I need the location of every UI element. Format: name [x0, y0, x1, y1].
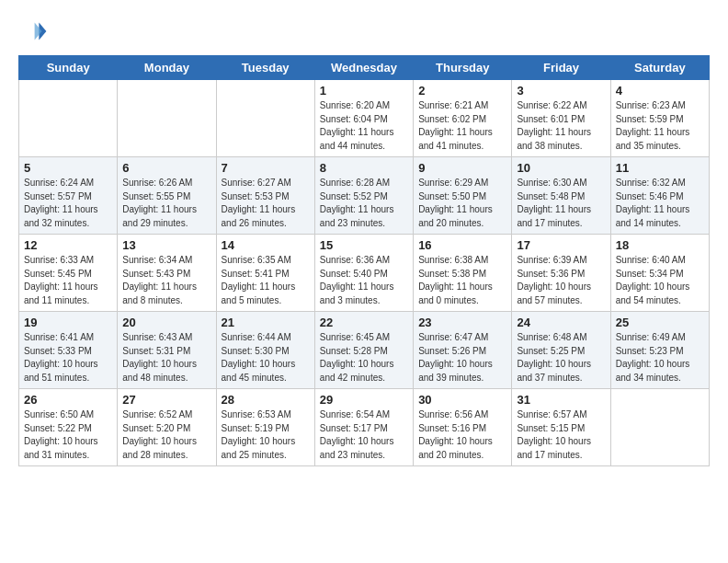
- cell-info: Sunrise: 6:45 AM Sunset: 5:28 PM Dayligh…: [320, 331, 408, 385]
- cell-info: Sunrise: 6:21 AM Sunset: 6:02 PM Dayligh…: [418, 99, 506, 153]
- calendar-cell: 23Sunrise: 6:47 AM Sunset: 5:26 PM Dayli…: [414, 312, 512, 389]
- cell-info: Sunrise: 6:54 AM Sunset: 5:17 PM Dayligh…: [320, 408, 408, 462]
- calendar-cell: 4Sunrise: 6:23 AM Sunset: 5:59 PM Daylig…: [610, 80, 709, 157]
- col-header-saturday: Saturday: [610, 56, 709, 80]
- day-number: 15: [320, 238, 408, 252]
- cell-info: Sunrise: 6:36 AM Sunset: 5:40 PM Dayligh…: [320, 254, 408, 307]
- cell-info: Sunrise: 6:29 AM Sunset: 5:50 PM Dayligh…: [418, 177, 506, 230]
- cell-info: Sunrise: 6:30 AM Sunset: 5:48 PM Dayligh…: [517, 177, 605, 230]
- calendar-cell: 28Sunrise: 6:53 AM Sunset: 5:19 PM Dayli…: [216, 389, 314, 466]
- calendar-cell: 21Sunrise: 6:44 AM Sunset: 5:30 PM Dayli…: [216, 312, 314, 389]
- day-number: 24: [517, 316, 605, 329]
- day-number: 27: [122, 393, 210, 407]
- calendar-cell: 6Sunrise: 6:26 AM Sunset: 5:55 PM Daylig…: [118, 157, 216, 235]
- calendar-cell: 31Sunrise: 6:57 AM Sunset: 5:15 PM Dayli…: [512, 389, 610, 466]
- cell-info: Sunrise: 6:26 AM Sunset: 5:55 PM Dayligh…: [122, 177, 210, 230]
- calendar-cell: 5Sunrise: 6:24 AM Sunset: 5:57 PM Daylig…: [19, 157, 118, 235]
- cell-info: Sunrise: 6:39 AM Sunset: 5:36 PM Dayligh…: [517, 254, 605, 307]
- day-number: 2: [418, 84, 506, 98]
- cell-info: Sunrise: 6:33 AM Sunset: 5:45 PM Dayligh…: [24, 254, 112, 307]
- cell-info: Sunrise: 6:40 AM Sunset: 5:34 PM Dayligh…: [616, 254, 704, 307]
- day-number: 12: [24, 238, 112, 252]
- calendar-cell: 30Sunrise: 6:56 AM Sunset: 5:16 PM Dayli…: [414, 389, 512, 466]
- day-number: 6: [122, 161, 210, 175]
- col-header-tuesday: Tuesday: [216, 56, 314, 80]
- logo-icon: [18, 17, 48, 46]
- cell-info: Sunrise: 6:32 AM Sunset: 5:46 PM Dayligh…: [616, 177, 704, 230]
- cell-info: Sunrise: 6:43 AM Sunset: 5:31 PM Dayligh…: [122, 331, 210, 385]
- calendar-cell: 12Sunrise: 6:33 AM Sunset: 5:45 PM Dayli…: [19, 235, 118, 312]
- cell-info: Sunrise: 6:50 AM Sunset: 5:22 PM Dayligh…: [24, 408, 112, 462]
- calendar-cell: [19, 80, 118, 157]
- day-number: 8: [320, 161, 408, 175]
- calendar-cell: [118, 80, 216, 157]
- cell-info: Sunrise: 6:24 AM Sunset: 5:57 PM Dayligh…: [24, 177, 112, 230]
- day-number: 23: [418, 316, 506, 329]
- day-number: 22: [320, 316, 408, 329]
- calendar-cell: 16Sunrise: 6:38 AM Sunset: 5:38 PM Dayli…: [414, 235, 512, 312]
- calendar-cell: 17Sunrise: 6:39 AM Sunset: 5:36 PM Dayli…: [512, 235, 610, 312]
- cell-info: Sunrise: 6:22 AM Sunset: 6:01 PM Dayligh…: [517, 99, 605, 153]
- calendar-cell: 13Sunrise: 6:34 AM Sunset: 5:43 PM Dayli…: [118, 235, 216, 312]
- cell-info: Sunrise: 6:57 AM Sunset: 5:15 PM Dayligh…: [517, 408, 605, 462]
- cell-info: Sunrise: 6:27 AM Sunset: 5:53 PM Dayligh…: [222, 177, 310, 230]
- cell-info: Sunrise: 6:48 AM Sunset: 5:25 PM Dayligh…: [517, 331, 605, 385]
- calendar-cell: 26Sunrise: 6:50 AM Sunset: 5:22 PM Dayli…: [19, 389, 118, 466]
- header: [18, 17, 710, 46]
- calendar-header-row: SundayMondayTuesdayWednesdayThursdayFrid…: [19, 56, 710, 80]
- day-number: 4: [616, 84, 704, 98]
- calendar-cell: 19Sunrise: 6:41 AM Sunset: 5:33 PM Dayli…: [19, 312, 118, 389]
- day-number: 1: [320, 84, 408, 98]
- calendar-cell: 1Sunrise: 6:20 AM Sunset: 6:04 PM Daylig…: [314, 80, 413, 157]
- calendar-cell: 24Sunrise: 6:48 AM Sunset: 5:25 PM Dayli…: [512, 312, 610, 389]
- cell-info: Sunrise: 6:38 AM Sunset: 5:38 PM Dayligh…: [418, 254, 506, 307]
- day-number: 30: [418, 393, 506, 407]
- cell-info: Sunrise: 6:49 AM Sunset: 5:23 PM Dayligh…: [616, 331, 704, 385]
- col-header-friday: Friday: [512, 56, 610, 80]
- calendar-cell: 29Sunrise: 6:54 AM Sunset: 5:17 PM Dayli…: [314, 389, 413, 466]
- calendar-cell: [610, 389, 709, 466]
- cell-info: Sunrise: 6:28 AM Sunset: 5:52 PM Dayligh…: [320, 177, 408, 230]
- day-number: 10: [517, 161, 605, 175]
- cell-info: Sunrise: 6:23 AM Sunset: 5:59 PM Dayligh…: [616, 99, 704, 153]
- col-header-sunday: Sunday: [19, 56, 118, 80]
- logo: [18, 17, 51, 46]
- calendar-cell: 18Sunrise: 6:40 AM Sunset: 5:34 PM Dayli…: [610, 235, 709, 312]
- calendar-cell: 2Sunrise: 6:21 AM Sunset: 6:02 PM Daylig…: [414, 80, 512, 157]
- col-header-monday: Monday: [118, 56, 216, 80]
- day-number: 9: [418, 161, 506, 175]
- calendar-cell: 14Sunrise: 6:35 AM Sunset: 5:41 PM Dayli…: [216, 235, 314, 312]
- day-number: 11: [616, 161, 704, 175]
- calendar-cell: 8Sunrise: 6:28 AM Sunset: 5:52 PM Daylig…: [314, 157, 413, 235]
- cell-info: Sunrise: 6:47 AM Sunset: 5:26 PM Dayligh…: [418, 331, 506, 385]
- cell-info: Sunrise: 6:52 AM Sunset: 5:20 PM Dayligh…: [122, 408, 210, 462]
- day-number: 5: [24, 161, 112, 175]
- calendar-cell: 25Sunrise: 6:49 AM Sunset: 5:23 PM Dayli…: [610, 312, 709, 389]
- day-number: 7: [222, 161, 310, 175]
- day-number: 21: [222, 316, 310, 329]
- calendar-cell: 22Sunrise: 6:45 AM Sunset: 5:28 PM Dayli…: [314, 312, 413, 389]
- calendar-cell: 7Sunrise: 6:27 AM Sunset: 5:53 PM Daylig…: [216, 157, 314, 235]
- day-number: 25: [616, 316, 704, 329]
- cell-info: Sunrise: 6:35 AM Sunset: 5:41 PM Dayligh…: [222, 254, 310, 307]
- calendar-cell: 20Sunrise: 6:43 AM Sunset: 5:31 PM Dayli…: [118, 312, 216, 389]
- day-number: 28: [222, 393, 310, 407]
- day-number: 26: [24, 393, 112, 407]
- week-row-2: 12Sunrise: 6:33 AM Sunset: 5:45 PM Dayli…: [19, 235, 710, 312]
- day-number: 31: [517, 393, 605, 407]
- week-row-4: 26Sunrise: 6:50 AM Sunset: 5:22 PM Dayli…: [19, 389, 710, 466]
- cell-info: Sunrise: 6:20 AM Sunset: 6:04 PM Dayligh…: [320, 99, 408, 153]
- calendar-cell: 27Sunrise: 6:52 AM Sunset: 5:20 PM Dayli…: [118, 389, 216, 466]
- cell-info: Sunrise: 6:41 AM Sunset: 5:33 PM Dayligh…: [24, 331, 112, 385]
- col-header-thursday: Thursday: [414, 56, 512, 80]
- day-number: 19: [24, 316, 112, 329]
- day-number: 16: [418, 238, 506, 252]
- cell-info: Sunrise: 6:56 AM Sunset: 5:16 PM Dayligh…: [418, 408, 506, 462]
- day-number: 3: [517, 84, 605, 98]
- calendar-cell: 10Sunrise: 6:30 AM Sunset: 5:48 PM Dayli…: [512, 157, 610, 235]
- day-number: 20: [122, 316, 210, 329]
- cell-info: Sunrise: 6:44 AM Sunset: 5:30 PM Dayligh…: [222, 331, 310, 385]
- col-header-wednesday: Wednesday: [314, 56, 413, 80]
- calendar: SundayMondayTuesdayWednesdayThursdayFrid…: [18, 55, 710, 466]
- calendar-cell: 9Sunrise: 6:29 AM Sunset: 5:50 PM Daylig…: [414, 157, 512, 235]
